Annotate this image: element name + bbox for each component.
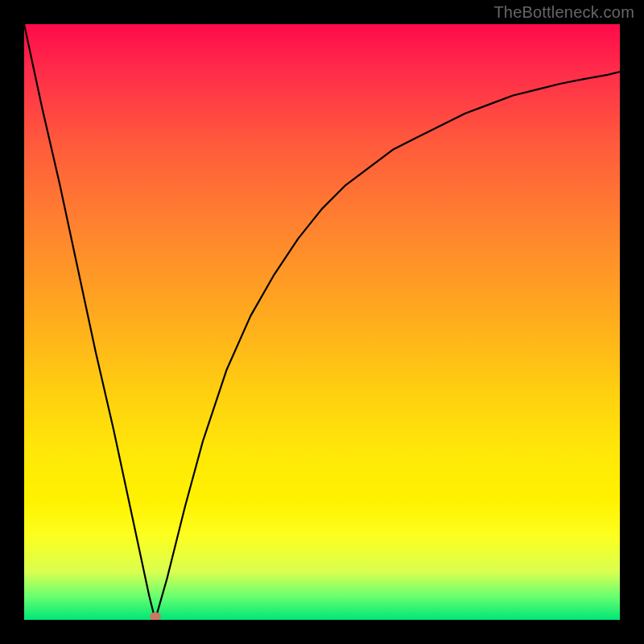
bottleneck-curve: [24, 24, 620, 620]
plot-area: [24, 24, 620, 620]
chart-frame: TheBottleneck.com: [0, 0, 644, 644]
optimal-point-marker: [150, 613, 161, 621]
watermark-text: TheBottleneck.com: [493, 3, 634, 22]
